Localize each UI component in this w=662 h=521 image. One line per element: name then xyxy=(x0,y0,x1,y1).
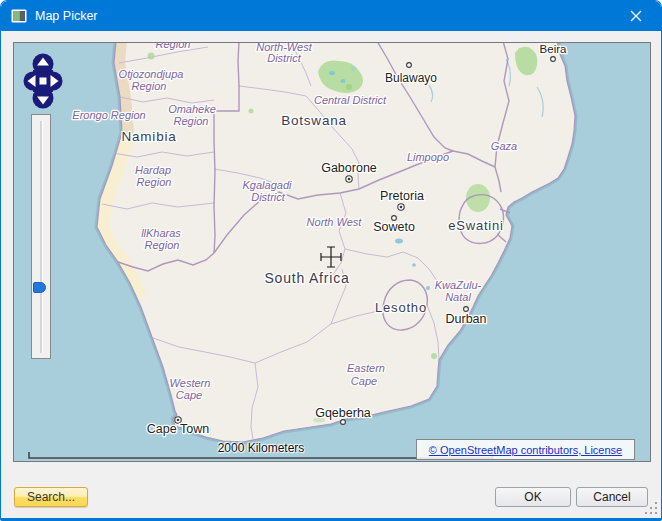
map-picker-dialog: Map Picker xyxy=(0,0,662,521)
resize-grip-icon[interactable] xyxy=(645,502,658,515)
map-label: Bulawayo xyxy=(385,71,437,85)
city-marker xyxy=(407,63,412,68)
attribution-box: © OpenStreetMap contributors, License xyxy=(416,439,635,460)
map-label: Region xyxy=(174,115,209,127)
ok-button[interactable]: OK xyxy=(495,487,571,507)
map-label: Region xyxy=(145,239,180,251)
map-label: Kgalagadi xyxy=(243,179,292,191)
compass-center[interactable] xyxy=(40,78,47,85)
map-label: Erongo Region xyxy=(72,109,145,121)
window-title: Map Picker xyxy=(35,1,98,31)
close-icon xyxy=(630,10,642,22)
map-label: Cape xyxy=(351,375,377,387)
city-marker xyxy=(341,420,346,425)
city-marker xyxy=(177,419,180,422)
map-label: Cape xyxy=(176,389,202,401)
map-label: Central District xyxy=(314,94,387,106)
map-label: Cape Town xyxy=(147,422,209,436)
map-label: North West xyxy=(307,216,363,228)
map-label: Otjozondjupa xyxy=(119,68,184,80)
map-label: Eastern xyxy=(347,362,385,374)
city-marker xyxy=(348,178,351,181)
map-label: Namibia xyxy=(121,129,176,144)
attribution-link[interactable]: © OpenStreetMap contributors, License xyxy=(429,444,622,456)
map-label: District xyxy=(251,191,286,203)
map-viewport[interactable]: RegionNorth-WestDistrictOtjozondjupaRegi… xyxy=(13,42,651,462)
map-label: Gaborone xyxy=(321,161,377,175)
map-label: Gaza xyxy=(491,140,517,152)
map-label: District xyxy=(267,52,302,64)
map-label: Natal xyxy=(445,291,471,303)
map-label: Beira xyxy=(540,43,567,55)
city-marker xyxy=(551,57,556,62)
map-label: Region xyxy=(132,80,167,92)
map-label: Gqeberha xyxy=(315,406,371,420)
titlebar[interactable]: Map Picker xyxy=(1,1,661,31)
search-button[interactable]: Search... xyxy=(14,487,88,507)
zoom-slider-thumb[interactable] xyxy=(33,282,46,293)
zoom-slider-track[interactable] xyxy=(40,121,43,353)
map-label: Lesotho xyxy=(375,300,427,315)
map-label: Durban xyxy=(446,312,487,326)
map-label: South Africa xyxy=(264,270,349,286)
map-label: Omaheke xyxy=(168,103,216,115)
pan-compass[interactable] xyxy=(23,53,63,109)
app-icon xyxy=(11,8,27,24)
map-label: Hardap xyxy=(135,164,171,176)
close-button[interactable] xyxy=(615,1,657,31)
city-marker xyxy=(464,307,469,312)
map-label: Region xyxy=(137,176,172,188)
map-label: Pretoria xyxy=(380,189,424,203)
map-label: llKharas xyxy=(141,227,181,239)
map-label: Western xyxy=(170,377,211,389)
map-label: KwaZulu- xyxy=(435,279,482,291)
city-marker xyxy=(400,206,403,209)
map-canvas[interactable]: RegionNorth-WestDistrictOtjozondjupaRegi… xyxy=(14,43,650,461)
cancel-button[interactable]: Cancel xyxy=(576,487,648,507)
map-label: Region xyxy=(156,43,191,50)
map-label: Limpopo xyxy=(407,151,449,163)
map-label: Soweto xyxy=(373,220,415,234)
zoom-slider[interactable] xyxy=(31,114,51,359)
map-label: eSwatini xyxy=(448,218,504,233)
map-label: Botswana xyxy=(281,113,347,128)
